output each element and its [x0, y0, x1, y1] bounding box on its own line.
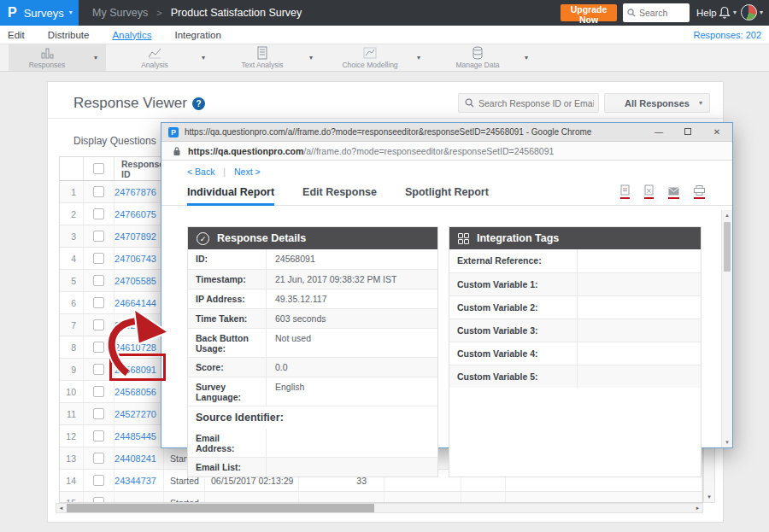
toolbar-responses-button[interactable]: Responses — [9, 44, 85, 71]
response-id-link[interactable] — [114, 492, 164, 503]
choice-modelling-icon — [362, 46, 378, 60]
response-id-link[interactable]: 24706743 — [114, 248, 164, 269]
detail-value — [267, 429, 282, 457]
back-link[interactable]: < Back — [187, 167, 214, 177]
row-number: 4 — [60, 248, 84, 269]
detail-value: 603 seconds — [267, 309, 333, 328]
row-checkbox-cell — [84, 470, 114, 491]
table-horizontal-scrollbar[interactable]: ◂ ▸ — [56, 503, 703, 513]
response-search-input[interactable] — [478, 98, 594, 108]
analytics-toolbar: Responses ▾ Analysis ▾ Text Analysis ▾ C… — [0, 44, 769, 72]
detail-label: Survey Language: — [188, 377, 267, 406]
tab-individual-report[interactable]: Individual Report — [187, 181, 274, 206]
toolbar-choice-modelling-dropdown[interactable]: ▾ — [408, 44, 429, 71]
row-extra-3 — [506, 492, 702, 503]
nav-item-analytics[interactable]: Analytics — [112, 30, 151, 40]
account-menu[interactable]: ▾ — [741, 4, 763, 20]
pager-separator: | — [223, 167, 226, 177]
tab-edit-response[interactable]: Edit Response — [302, 181, 377, 206]
row-checkbox[interactable] — [93, 453, 104, 464]
notifications-button[interactable]: ▾ — [719, 6, 737, 20]
row-checkbox[interactable] — [93, 275, 104, 286]
toolbar-text-analysis-button[interactable]: Text Analysis — [224, 44, 301, 71]
toolbar-group-text-analysis: Text Analysis ▾ — [224, 44, 321, 71]
toolbar-analysis-dropdown[interactable]: ▾ — [193, 44, 214, 71]
tab-spotlight-report[interactable]: Spotlight Report — [405, 181, 489, 206]
print-export-icon[interactable] — [694, 184, 705, 199]
detail-row: ID: 24568091 — [188, 249, 437, 269]
row-checkbox[interactable] — [93, 253, 104, 264]
breadcrumb-my-surveys[interactable]: My Surveys — [92, 7, 148, 19]
popup-url-bar[interactable]: https://qa.questionpro.com/a//frame.do?m… — [161, 142, 732, 161]
toolbar-manage-data-button[interactable]: Manage Data — [439, 44, 516, 71]
global-search-box — [623, 3, 690, 22]
response-id-link[interactable]: 24485445 — [114, 425, 164, 447]
row-checkbox[interactable] — [93, 231, 104, 242]
response-details-header: ✓ Response Details — [188, 227, 437, 249]
response-id-link[interactable]: 24568056 — [114, 381, 164, 402]
response-id-link[interactable]: 24707892 — [114, 225, 164, 247]
horizontal-scroll-thumb[interactable] — [67, 504, 374, 512]
next-link[interactable]: Next > — [234, 167, 261, 177]
global-search-input[interactable] — [639, 8, 689, 18]
pdf-export-icon[interactable] — [620, 184, 630, 199]
help-icon[interactable]: ? — [192, 97, 205, 110]
chevron-down-icon: ▾ — [94, 55, 97, 61]
row-extra-2 — [461, 492, 506, 503]
product-switcher[interactable]: P Surveys ▾ — [0, 0, 79, 26]
row-checkbox[interactable] — [93, 186, 104, 197]
row-checkbox[interactable] — [93, 475, 104, 486]
response-id-link[interactable]: 24527270 — [114, 403, 164, 424]
response-id-link[interactable]: 24344737 — [114, 470, 164, 491]
scroll-down-icon[interactable]: ▾ — [704, 492, 714, 502]
row-checkbox[interactable] — [93, 297, 104, 308]
row-checkbox[interactable] — [93, 208, 104, 219]
response-id-link[interactable]: 24408241 — [114, 447, 164, 469]
row-number: 12 — [60, 425, 84, 447]
row-checkbox[interactable] — [93, 386, 104, 397]
table-row[interactable]: 15 Started — [60, 492, 702, 503]
header-row-number — [60, 157, 84, 180]
responses-filter-dropdown[interactable]: All Responses ▾ — [604, 93, 710, 113]
row-checkbox-cell — [84, 447, 114, 469]
header-response-id[interactable]: Response ID▲ — [114, 157, 164, 180]
upgrade-now-button[interactable]: Upgrade Now — [561, 4, 617, 21]
search-icon — [465, 98, 474, 108]
scroll-right-icon[interactable]: ▸ — [693, 504, 702, 512]
app-root: P Surveys ▾ My Surveys > Product Satisfa… — [0, 0, 769, 532]
detail-label: Email List: — [188, 458, 267, 476]
scroll-left-icon[interactable]: ◂ — [56, 504, 66, 512]
integration-tags-rows: External Reference: Custom Variable 1: C… — [449, 249, 701, 388]
email-export-icon[interactable] — [668, 184, 679, 199]
response-id-link[interactable]: 24766075 — [114, 203, 164, 225]
popup-title-bar[interactable]: P https://qa.questionpro.com/a//frame.do… — [161, 123, 732, 142]
popup-vertical-scrollbar[interactable]: ▴ ▾ — [721, 210, 732, 447]
bell-icon — [719, 6, 731, 20]
help-link[interactable]: Help — [696, 0, 717, 26]
minimize-button[interactable]: — — [650, 127, 667, 137]
response-id-link[interactable]: 24767876 — [114, 181, 164, 202]
nav-item-integration[interactable]: Integration — [174, 30, 220, 40]
scroll-down-icon[interactable]: ▾ — [722, 437, 732, 447]
toolbar-text-analysis-dropdown[interactable]: ▾ — [301, 44, 321, 71]
toolbar-manage-data-dropdown[interactable]: ▾ — [516, 44, 537, 71]
nav-item-distribute[interactable]: Distribute — [48, 30, 90, 40]
row-checkbox[interactable] — [93, 430, 104, 441]
maximize-button[interactable] — [679, 127, 696, 137]
excel-export-icon[interactable] — [644, 184, 654, 199]
toolbar-choice-modelling-button[interactable]: Choice Modelling — [332, 44, 408, 71]
detail-row: IP Address: 49.35.12.117 — [188, 289, 437, 308]
popup-scroll-thumb[interactable] — [724, 222, 731, 272]
scroll-up-icon[interactable]: ▴ — [722, 210, 732, 220]
nav-item-edit[interactable]: Edit — [8, 30, 25, 40]
toolbar-responses-dropdown[interactable]: ▾ — [85, 44, 106, 71]
header-response-id-label: Response ID — [121, 159, 164, 179]
toolbar-analysis-button[interactable]: Analysis — [116, 44, 193, 71]
row-checkbox-cell — [84, 181, 114, 202]
tag-row: Custom Variable 1: — [449, 272, 701, 295]
response-id-link[interactable]: 24705585 — [114, 270, 164, 291]
row-checkbox[interactable] — [93, 408, 104, 419]
close-button[interactable]: ✕ — [708, 127, 725, 137]
select-all-checkbox[interactable] — [93, 163, 104, 174]
row-checkbox[interactable] — [93, 497, 104, 503]
